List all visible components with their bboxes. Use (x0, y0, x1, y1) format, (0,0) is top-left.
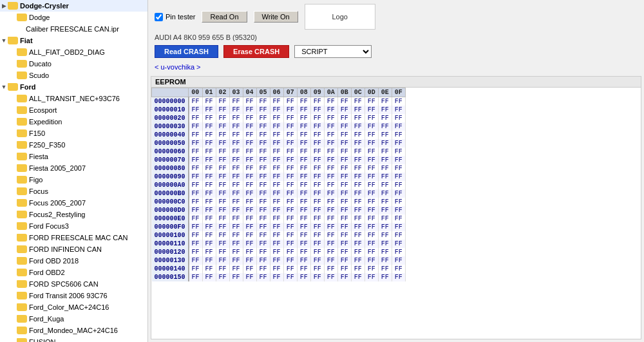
eeprom-cell[interactable]: FF (378, 156, 392, 164)
eeprom-cell[interactable]: FF (351, 106, 365, 114)
eeprom-cell[interactable]: FF (324, 131, 337, 139)
eeprom-cell[interactable]: FF (378, 223, 392, 231)
eeprom-cell[interactable]: FF (202, 273, 216, 281)
eeprom-cell[interactable]: FF (324, 173, 337, 181)
eeprom-cell[interactable]: FF (297, 122, 310, 131)
eeprom-cell[interactable]: FF (202, 223, 216, 231)
eeprom-cell[interactable]: FF (202, 240, 216, 248)
eeprom-cell[interactable]: FF (270, 114, 283, 122)
eeprom-cell[interactable]: FF (283, 147, 297, 156)
eeprom-cell[interactable]: FF (324, 106, 337, 114)
eeprom-cell[interactable]: FF (297, 231, 310, 240)
eeprom-cell[interactable]: FF (216, 189, 229, 198)
tree-item-f150[interactable]: F150 (0, 128, 147, 139)
file-tree[interactable]: ▶Dodge-CryslerDodgeCaliber FREESCALE CAN… (0, 0, 148, 342)
eeprom-cell[interactable]: FF (283, 97, 297, 106)
eeprom-cell[interactable]: FF (189, 256, 203, 265)
eeprom-cell[interactable]: FF (216, 214, 229, 223)
eeprom-cell[interactable]: FF (392, 240, 405, 248)
eeprom-cell[interactable]: FF (189, 231, 203, 240)
eeprom-cell[interactable]: FF (243, 273, 256, 281)
eeprom-cell[interactable]: FF (216, 147, 229, 156)
eeprom-cell[interactable]: FF (297, 189, 310, 198)
eeprom-cell[interactable]: FF (392, 206, 405, 214)
eeprom-cell[interactable]: FF (256, 147, 270, 156)
eeprom-cell[interactable]: FF (392, 256, 405, 265)
tree-item-ecosport[interactable]: Ecosport (0, 104, 147, 116)
eeprom-cell[interactable]: FF (392, 173, 405, 181)
eeprom-cell[interactable]: FF (310, 198, 324, 206)
eeprom-cell[interactable]: FF (337, 198, 351, 206)
eeprom-cell[interactable]: FF (256, 106, 270, 114)
eeprom-cell[interactable]: FF (351, 214, 365, 223)
tree-item-caliber[interactable]: Caliber FREESCALE CAN.ipr (0, 23, 147, 35)
eeprom-cell[interactable]: FF (310, 122, 324, 131)
eeprom-cell[interactable]: FF (216, 122, 229, 131)
eeprom-cell[interactable]: FF (378, 248, 392, 256)
eeprom-cell[interactable]: FF (229, 189, 243, 198)
eeprom-cell[interactable]: FF (351, 181, 365, 189)
eeprom-cell[interactable]: FF (324, 97, 337, 106)
eeprom-cell[interactable]: FF (297, 131, 310, 139)
eeprom-cell[interactable]: FF (283, 189, 297, 198)
eeprom-cell[interactable]: FF (297, 114, 310, 122)
eeprom-cell[interactable]: FF (337, 248, 351, 256)
eeprom-cell[interactable]: FF (189, 206, 203, 214)
eeprom-cell[interactable]: FF (392, 97, 405, 106)
tree-arrow-ford[interactable]: ▼ (0, 84, 8, 90)
eeprom-cell[interactable]: FF (283, 214, 297, 223)
eeprom-cell[interactable]: FF (256, 198, 270, 206)
eeprom-cell[interactable]: FF (229, 97, 243, 106)
eeprom-cell[interactable]: FF (365, 198, 378, 206)
tree-item-dodge[interactable]: Dodge (0, 12, 147, 23)
eeprom-cell[interactable]: FF (216, 173, 229, 181)
eeprom-cell[interactable]: FF (189, 131, 203, 139)
eeprom-cell[interactable]: FF (243, 156, 256, 164)
tree-item-ford-obd2[interactable]: Ford OBD2 (0, 267, 147, 278)
eeprom-table-wrapper[interactable]: 000102030405060708090A0B0C0D0E0F 0000000… (151, 88, 641, 339)
eeprom-cell[interactable]: FF (324, 156, 337, 164)
eeprom-cell[interactable]: FF (243, 114, 256, 122)
eeprom-cell[interactable]: FF (378, 273, 392, 281)
eeprom-cell[interactable]: FF (310, 214, 324, 223)
eeprom-cell[interactable]: FF (351, 198, 365, 206)
eeprom-cell[interactable]: FF (297, 206, 310, 214)
eeprom-cell[interactable]: FF (216, 273, 229, 281)
eeprom-cell[interactable]: FF (189, 223, 203, 231)
tree-item-ford-kuga[interactable]: Ford_Kuga (0, 313, 147, 325)
eeprom-cell[interactable]: FF (243, 248, 256, 256)
eeprom-cell[interactable]: FF (378, 189, 392, 198)
eeprom-cell[interactable]: FF (202, 231, 216, 240)
eeprom-cell[interactable]: FF (189, 156, 203, 164)
eeprom-cell[interactable]: FF (243, 240, 256, 248)
eeprom-cell[interactable]: FF (378, 122, 392, 131)
eeprom-cell[interactable]: FF (189, 273, 203, 281)
tree-item-fusion[interactable]: FUSION (0, 336, 147, 342)
eeprom-cell[interactable]: FF (297, 256, 310, 265)
eeprom-cell[interactable]: FF (229, 256, 243, 265)
eeprom-cell[interactable]: FF (256, 164, 270, 173)
eeprom-cell[interactable]: FF (189, 214, 203, 223)
eeprom-cell[interactable]: FF (351, 256, 365, 265)
eeprom-cell[interactable]: FF (365, 240, 378, 248)
eeprom-cell[interactable]: FF (202, 265, 216, 273)
eeprom-cell[interactable]: FF (378, 181, 392, 189)
eeprom-cell[interactable]: FF (392, 198, 405, 206)
tree-item-ford-freescale[interactable]: FORD FREESCALE MAC CAN (0, 232, 147, 243)
eeprom-cell[interactable]: FF (243, 231, 256, 240)
eeprom-cell[interactable]: FF (392, 106, 405, 114)
pin-tester-checkbox[interactable]: Pin tester (155, 13, 195, 21)
eeprom-cell[interactable]: FF (189, 173, 203, 181)
eeprom-cell[interactable]: FF (297, 156, 310, 164)
eeprom-cell[interactable]: FF (310, 139, 324, 147)
eeprom-cell[interactable]: FF (310, 114, 324, 122)
read-on-button[interactable]: Read On (202, 11, 247, 23)
eeprom-cell[interactable]: FF (365, 189, 378, 198)
eeprom-cell[interactable]: FF (202, 189, 216, 198)
eeprom-cell[interactable]: FF (189, 122, 203, 131)
eeprom-cell[interactable]: FF (202, 256, 216, 265)
eeprom-cell[interactable]: FF (202, 139, 216, 147)
eeprom-cell[interactable]: FF (202, 97, 216, 106)
eeprom-cell[interactable]: FF (392, 223, 405, 231)
eeprom-cell[interactable]: FF (270, 147, 283, 156)
